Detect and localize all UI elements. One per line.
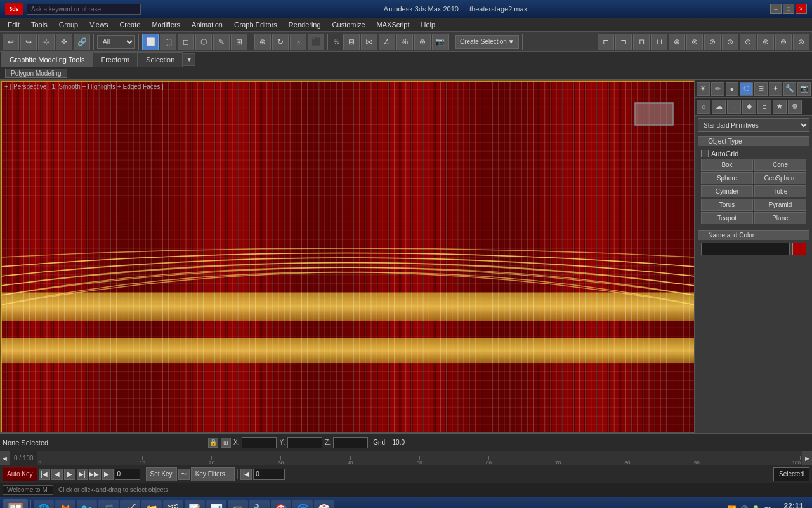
tb-extra-icon[interactable]: ⊘	[704, 34, 721, 50]
sys-sound-icon[interactable]: 🔊	[739, 505, 749, 509]
btn-tube[interactable]: Tube	[754, 185, 806, 197]
tb-paint-icon[interactable]: ⊗	[686, 34, 703, 50]
tb-light-icon[interactable]: ⊚	[740, 34, 756, 50]
rp-particle-icon[interactable]: ✦	[769, 82, 782, 96]
taskbar-app2-icon[interactable]: 🔧	[249, 500, 270, 509]
tb-angle-snap-icon[interactable]: ∠	[379, 34, 395, 50]
polygon-modeling-tag[interactable]: Polygon Modeling	[5, 69, 67, 78]
rp-diamond-icon[interactable]: ◆	[742, 100, 756, 114]
btn-box[interactable]: Box	[701, 159, 753, 171]
anim-set-key-btn[interactable]: Set Key	[146, 467, 177, 481]
menu-maxscript[interactable]: MAXScript	[372, 20, 415, 30]
frame-input-2[interactable]	[253, 469, 285, 480]
playback-first-key2[interactable]: |◀	[240, 469, 252, 480]
menu-animation[interactable]: Animation	[187, 20, 228, 30]
taskbar-music-icon[interactable]: 🎵	[98, 500, 119, 509]
tb-scale-icon[interactable]: ⬦	[290, 34, 306, 50]
btn-sphere[interactable]: Sphere	[701, 172, 753, 184]
rp-wrench-icon[interactable]: 🔧	[783, 82, 797, 96]
menu-graph-editors[interactable]: Graph Editors	[229, 20, 282, 30]
playback-next-key[interactable]: ▶|	[102, 469, 114, 480]
tb-redo-icon[interactable]: ↪	[20, 34, 37, 50]
frame-number-input[interactable]	[115, 469, 140, 480]
menu-tools[interactable]: Tools	[26, 20, 53, 30]
tb-paint-select-icon[interactable]: ✎	[213, 34, 230, 50]
playback-last-frame[interactable]: ▶▶|	[89, 469, 101, 480]
btn-teapot[interactable]: Teapot	[701, 212, 753, 224]
key-filters-btn[interactable]: Key Filters...	[191, 467, 235, 481]
tb-window-icon[interactable]: ⊞	[231, 34, 247, 50]
close-button[interactable]: ✕	[796, 4, 807, 14]
menu-help[interactable]: Help	[416, 20, 441, 30]
timeline-track[interactable]: 0 10 20 30 40 50 60 70 80 90 100	[37, 451, 802, 465]
rp-spanner-icon[interactable]: ⚙	[788, 100, 802, 114]
tb-camera-icon[interactable]: ⊙	[722, 34, 738, 50]
timeline-left-nav[interactable]: ◀	[0, 451, 10, 465]
btn-plane[interactable]: Plane	[754, 212, 806, 224]
name-color-header[interactable]: − Name and Color	[698, 231, 809, 240]
taskbar-ie-icon[interactable]: 🌐	[34, 500, 54, 509]
object-category-select[interactable]: Standard Primitives	[698, 118, 809, 132]
rp-circle-icon[interactable]: ●	[726, 82, 739, 96]
minimize-button[interactable]: –	[770, 4, 782, 14]
tb-rotate-icon[interactable]: ↻	[272, 34, 289, 50]
tb-spinner-icon[interactable]: ⊛	[414, 34, 431, 50]
tb-select-object-icon[interactable]: ⬜	[142, 34, 159, 50]
rp-pencil-icon[interactable]: ✏	[711, 82, 724, 96]
playback-next-frame[interactable]: ▶|	[77, 469, 88, 480]
rp-lines-icon[interactable]: ≡	[757, 100, 771, 114]
sys-battery-icon[interactable]: 🔋	[751, 505, 761, 509]
tb-select-fence-icon[interactable]: ◻	[178, 34, 194, 50]
y-coord-input[interactable]	[287, 437, 322, 448]
tb-skin-icon[interactable]: ⊓	[633, 34, 650, 50]
tb-transform-icon[interactable]: ⬛	[308, 34, 324, 50]
playback-play[interactable]: ▶	[64, 469, 75, 480]
tb-cloth-icon[interactable]: ⊔	[651, 34, 667, 50]
btn-cone[interactable]: Cone	[754, 159, 806, 171]
x-coord-input[interactable]	[242, 437, 277, 448]
tb-render-icon[interactable]: 📷	[432, 34, 449, 50]
sys-network-icon[interactable]: 📶	[727, 505, 737, 509]
playback-prev-frame[interactable]: ◀	[51, 469, 63, 480]
taskbar-folder-icon[interactable]: 📁	[141, 500, 162, 509]
z-coord-input[interactable]	[333, 437, 368, 448]
btn-cylinder[interactable]: Cylinder	[701, 185, 753, 197]
taskbar-guitar-icon[interactable]: 🎸	[120, 500, 140, 509]
rp-cloud-icon[interactable]: ☁	[712, 100, 726, 114]
autogrid-checkbox[interactable]	[701, 150, 709, 157]
menu-rendering[interactable]: Rendering	[284, 20, 326, 30]
taskbar-app1-icon[interactable]: 🎮	[228, 500, 248, 509]
taskbar-video-icon[interactable]: 🎬	[163, 500, 183, 509]
rp-cube-icon[interactable]: ⬡	[740, 82, 753, 96]
object-name-input[interactable]	[701, 243, 790, 255]
tb-select-region-icon[interactable]: ⬚	[160, 34, 176, 50]
tb-link-icon[interactable]: 🔗	[74, 34, 90, 50]
taskbar-excel-icon[interactable]: 📊	[206, 500, 226, 509]
btn-torus[interactable]: Torus	[701, 199, 753, 211]
taskbar-bird-icon[interactable]: 🐦	[77, 500, 97, 509]
playback-prev-key[interactable]: |◀	[39, 469, 50, 480]
menu-customize[interactable]: Customize	[327, 20, 370, 30]
menu-edit[interactable]: Edit	[3, 20, 25, 30]
subtab-arrow-icon[interactable]: ▼	[183, 53, 195, 66]
rp-sphere-icon[interactable]: ○	[697, 100, 710, 114]
viewport-sm-icon[interactable]: ⊞	[221, 438, 231, 448]
color-swatch-button[interactable]	[792, 243, 806, 255]
tb-select-icon[interactable]: ⊹	[38, 34, 55, 50]
btn-pyramid[interactable]: Pyramid	[754, 199, 806, 211]
taskbar-app4-icon[interactable]: 🌀	[292, 500, 313, 509]
menu-views[interactable]: Views	[84, 20, 113, 30]
timeline-right-nav[interactable]: ▶	[802, 451, 812, 465]
tb-reactor-icon[interactable]: ⊝	[793, 34, 809, 50]
rp-sun-icon[interactable]: ☀	[697, 82, 710, 96]
tab-freeform[interactable]: Freeform	[93, 52, 138, 67]
rp-star-icon[interactable]: ★	[773, 100, 787, 114]
start-button[interactable]: 🪟	[3, 499, 28, 509]
rp-grid-icon[interactable]: ⊞	[754, 82, 768, 96]
anim-wavy-icon[interactable]: 〜	[178, 469, 190, 480]
tb-rig-icon[interactable]: ⊐	[615, 34, 632, 50]
taskbar-firefox-icon[interactable]: 🦊	[55, 500, 75, 509]
btn-geosphere[interactable]: GeoSphere	[754, 172, 806, 184]
tb-snaps-icon[interactable]: ⋈	[361, 34, 377, 50]
lock-icon[interactable]: 🔒	[208, 438, 218, 448]
